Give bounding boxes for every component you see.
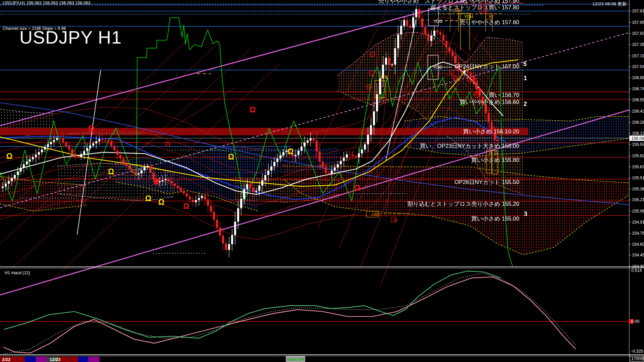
bull-candle	[165, 179, 167, 180]
panel-separator	[0, 268, 644, 268]
current-price-label: 156.063	[631, 136, 644, 141]
bull-candle	[89, 145, 91, 148]
bear-candle	[150, 166, 152, 173]
bull-candle	[35, 155, 37, 157]
bull-candle	[298, 151, 300, 155]
macd-min-label: -0.325	[631, 349, 643, 354]
sell-signal-dot-icon	[451, 71, 452, 73]
bull-candle	[334, 167, 336, 170]
bull-candle	[240, 199, 242, 208]
bull-candle	[255, 191, 257, 192]
bear-candle	[316, 140, 318, 151]
annotation-label: 買い小さめ 155.00	[471, 216, 519, 222]
bear-candle	[71, 149, 73, 153]
macd-toggle-chip[interactable]: macd ON	[286, 356, 305, 362]
bear-candle	[461, 71, 463, 72]
wave-count-number: 5	[523, 61, 527, 67]
price-tick-label: 157.350	[632, 42, 644, 47]
bull-candle	[379, 78, 381, 94]
bull-candle	[394, 48, 396, 65]
bull-candle	[464, 71, 466, 72]
annotation-label: 売りやや小さめ ストップロス買いやや小さめ 157.90	[378, 0, 519, 4]
bear-candle	[104, 140, 106, 140]
bear-candle	[485, 105, 487, 113]
price-tick-label: 155.060	[632, 209, 644, 214]
bull-candle	[47, 144, 49, 147]
bull-candle	[231, 235, 233, 244]
bull-candle	[403, 20, 405, 25]
bull-candle	[138, 173, 140, 175]
bull-candle	[234, 222, 236, 235]
price-tick-label: 154.755	[632, 231, 644, 236]
bull-candle	[162, 180, 164, 181]
bull-candle	[26, 162, 28, 164]
bear-candle	[119, 155, 121, 159]
bull-candle	[144, 167, 146, 170]
bull-candle	[373, 111, 375, 125]
sell-signal-dot-icon	[469, 79, 470, 80]
bull-candle	[361, 149, 363, 154]
bull-candle	[95, 141, 97, 143]
bear-candle	[436, 31, 438, 32]
bull-candle	[385, 58, 387, 65]
bear-candle	[442, 35, 444, 41]
bear-candle	[192, 200, 194, 202]
timeline-bar[interactable]: 2/2212/23	[0, 357, 629, 362]
bear-candle	[325, 167, 327, 173]
bear-candle	[116, 150, 118, 155]
timeline-segment	[78, 357, 88, 362]
bear-candle	[177, 186, 179, 188]
bear-candle	[454, 56, 457, 63]
macd-panel-title: H1 macd (12)	[5, 270, 30, 275]
price-tick-label: 155.365	[632, 187, 644, 191]
sell-signal-dot-icon	[167, 143, 168, 145]
omega-marker-icon: Ω	[6, 152, 12, 161]
bull-candle	[8, 181, 10, 184]
bear-candle	[110, 141, 112, 146]
bull-candle	[430, 36, 432, 41]
bear-candle	[171, 181, 173, 184]
bull-candle	[98, 139, 100, 141]
price-tick-label: 156.130	[632, 131, 644, 136]
level-label: M	[483, 8, 487, 13]
bull-candle	[279, 155, 281, 158]
annotation-label: 買い小さめ 155.80	[471, 157, 519, 163]
bear-candle	[204, 196, 206, 199]
bear-candle	[421, 18, 423, 27]
bull-candle	[5, 184, 7, 186]
bear-candle	[349, 155, 351, 155]
macd-max-label: 0.514	[631, 268, 642, 273]
bear-candle	[249, 184, 251, 188]
bear-candle	[113, 146, 115, 150]
omega-marker-icon: Ω	[108, 167, 114, 176]
bull-candle	[11, 178, 13, 181]
level-label: LWL	[372, 212, 380, 217]
timeline-date-label: 2/22	[2, 357, 10, 362]
bear-candle	[213, 212, 215, 220]
price-axis[interactable]: 157.810157.655157.500157.350157.195157.0…	[629, 0, 644, 362]
bull-candle	[23, 164, 25, 168]
bull-candle	[276, 159, 278, 162]
bull-candle	[267, 171, 269, 175]
bear-candle	[406, 20, 408, 25]
bull-candle	[358, 154, 360, 158]
bull-candle	[56, 138, 58, 140]
panel-separator	[0, 354, 644, 355]
timeline-segment	[25, 357, 36, 362]
bear-candle	[467, 71, 469, 72]
timeline-date-label: 12/23	[50, 357, 61, 362]
volume-scale-label: 170000	[631, 356, 644, 361]
bear-candle	[131, 169, 133, 172]
bear-candle	[62, 138, 64, 142]
sell-signal-dot-icon	[371, 72, 372, 74]
omega-marker-icon: Ω	[287, 147, 293, 156]
bear-candle	[77, 157, 79, 158]
bull-candle	[38, 152, 40, 155]
bear-candle	[470, 72, 472, 76]
price-tick-label: 157.810	[632, 9, 644, 13]
bear-candle	[418, 9, 420, 18]
wave-count-number: 1	[524, 75, 527, 81]
bear-candle	[101, 139, 103, 140]
bear-candle	[68, 146, 70, 149]
bear-candle	[210, 205, 212, 212]
